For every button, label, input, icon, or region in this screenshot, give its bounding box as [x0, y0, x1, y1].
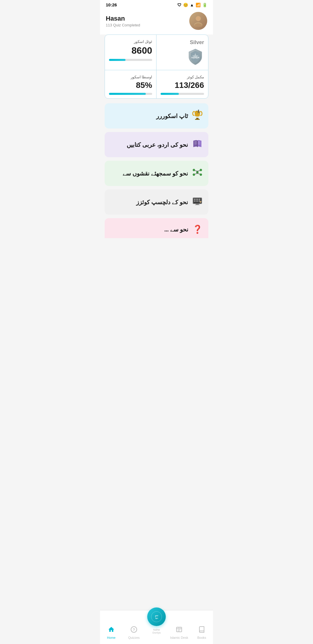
svg-line-26 [195, 171, 197, 171]
header-left: Hasan 113 Quiz Completed [106, 15, 140, 27]
completed-progress-bar [161, 93, 179, 95]
stats-grid: ٹوٹل اسکور 8600 Silver SILVER اوسطا اسکو… [105, 35, 208, 99]
total-score-label: ٹوٹل اسکور [109, 39, 152, 44]
top-scorers-text: ٹاپ اسکوررر [156, 113, 188, 120]
total-score-progress-bar [109, 59, 125, 61]
svg-point-25 [200, 174, 202, 176]
total-score-cell: ٹوٹل اسکور 8600 [105, 35, 156, 70]
svg-line-28 [195, 173, 197, 174]
svg-line-27 [197, 171, 200, 171]
avg-score-progress-container [109, 93, 152, 95]
avg-score-label: اوسطا اسکور [109, 75, 152, 79]
avatar-icon [192, 15, 204, 27]
signal-icon: 📶 [196, 3, 201, 7]
books-card[interactable]: نحو کی اردو، عربی کتابیں [105, 132, 208, 157]
completed-label: مکمل کوئز [161, 75, 204, 79]
quiz-game-icon [192, 196, 203, 208]
header: Hasan 113 Quiz Completed [100, 8, 213, 35]
diagrams-card[interactable]: نحو کو سمجھئے نقشوں سے [105, 161, 208, 186]
avg-score-progress-bar [109, 93, 146, 95]
battery-icon: 🔋 [202, 3, 207, 7]
interesting-quizzes-text: نحو کے دلچسپ کوئزز [136, 199, 188, 206]
help-icon: ❓ [192, 225, 203, 234]
svg-rect-36 [196, 200, 198, 202]
svg-point-2 [196, 16, 201, 21]
svg-rect-33 [196, 199, 198, 200]
avg-score-value: 85% [109, 81, 152, 90]
completed-cell: مکمل کوئز 113/266 [156, 70, 208, 98]
completed-value: 113/266 [161, 81, 204, 90]
trophy-icon [192, 110, 203, 122]
quiz-count: 113 Quiz Completed [106, 23, 140, 27]
badge-label: Silver [190, 39, 204, 46]
open-book-icon [192, 138, 203, 151]
svg-rect-35 [194, 200, 196, 202]
silver-badge-icon: SILVER [187, 48, 204, 65]
total-score-value: 8600 [109, 45, 152, 56]
diagrams-text: نحو کو سمجھئے نقشوں سے [123, 170, 188, 177]
user-name: Hasan [106, 15, 140, 22]
shield-icon: 🛡 [177, 3, 181, 7]
books-text: نحو کی اردو، عربی کتابیں [127, 141, 188, 148]
svg-rect-38 [195, 205, 200, 205]
svg-point-23 [200, 169, 202, 171]
status-icons: 🛡 😊 ▲ 📶 🔋 [177, 3, 207, 7]
svg-point-22 [193, 169, 195, 171]
svg-point-9 [198, 110, 199, 111]
status-time: 10:26 [106, 2, 117, 7]
svg-rect-7 [195, 119, 200, 120]
avatar [189, 12, 207, 30]
face-id-icon: 😊 [183, 3, 188, 7]
svg-rect-32 [194, 199, 196, 200]
svg-rect-34 [199, 199, 200, 200]
svg-line-29 [197, 173, 200, 174]
total-score-progress-container [109, 59, 152, 61]
menu-cards-container: ٹاپ اسکوررر نحو کی اردو، عربی کتابیں [100, 103, 213, 267]
status-bar: 10:26 🛡 😊 ▲ 📶 🔋 [100, 0, 213, 8]
top-scorers-card[interactable]: ٹاپ اسکوررر [105, 103, 208, 129]
extra-card[interactable]: نحو سے ... ❓ [105, 218, 208, 238]
completed-progress-container [161, 93, 204, 95]
svg-point-24 [193, 174, 195, 176]
extra-text: نحو سے ... [164, 226, 188, 233]
diagram-icon [192, 167, 203, 180]
svg-rect-6 [196, 118, 199, 119]
svg-point-21 [196, 171, 199, 173]
interesting-quizzes-card[interactable]: نحو کے دلچسپ کوئزز [105, 189, 208, 215]
badge-cell: Silver SILVER [156, 35, 208, 70]
avg-score-cell: اوسطا اسکور 85% [105, 70, 156, 98]
svg-rect-37 [199, 200, 200, 202]
wifi-icon: ▲ [190, 3, 194, 7]
